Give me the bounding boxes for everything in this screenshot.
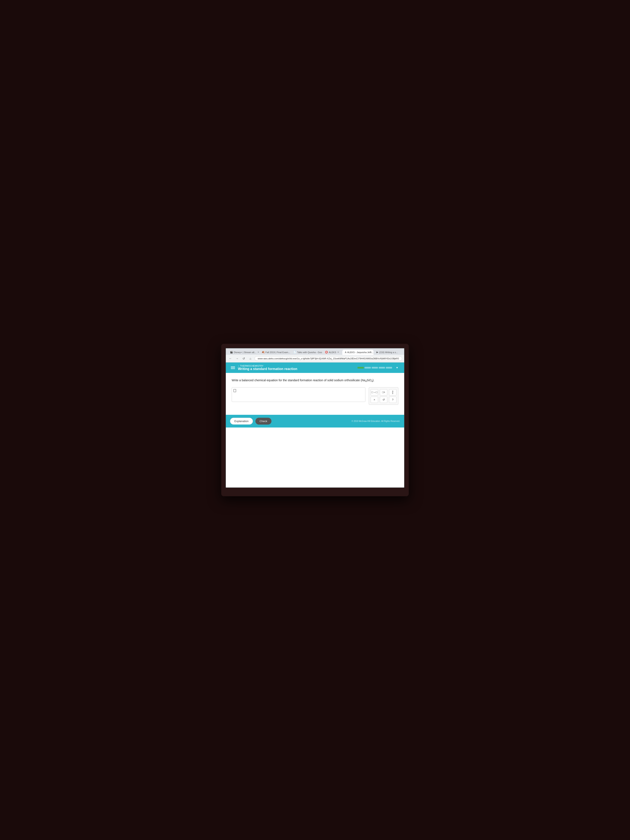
tab-favicon-fall: 🍂: [262, 351, 265, 354]
tab-label-talks: Talks with Quesha - Goo...: [297, 351, 322, 354]
tab-favicon-disney: 🎬: [230, 351, 233, 354]
address-bar-row: ← → ↺ ⌂: [226, 355, 404, 362]
bottom-bar: Explanation Check © 2019 McGraw-Hill Edu…: [226, 415, 404, 428]
clear-button[interactable]: ×: [371, 397, 378, 403]
progress-seg-5: [386, 367, 392, 368]
aleks-content: Write a balanced chemical equation for t…: [226, 373, 404, 415]
header-progress: [357, 367, 392, 368]
tab-aleks-main[interactable]: ⭕ ALEKS ✕: [322, 350, 342, 355]
formula-display: Na4SiO4: [362, 379, 373, 382]
header-main-title: Writing a standard formation reaction: [238, 367, 355, 371]
header-category: THERMOCHEMISTRY: [238, 365, 355, 367]
fraction-button[interactable]: a b: [389, 389, 396, 395]
progress-dropdown[interactable]: ▼: [394, 365, 400, 370]
tab-disney[interactable]: 🎬 Disney+ | Stream all... ✕: [227, 350, 259, 355]
tab-label-aleks-j: ALEKS - Jaquesha Jeffr...: [347, 351, 374, 354]
progress-seg-1: [357, 367, 364, 368]
answer-area: □→□ □n a b × ↺ ?: [232, 387, 398, 405]
aleks-container: THERMOCHEMISTRY Writing a standard forma…: [226, 363, 404, 488]
copyright-text: © 2019 McGraw-Hill Education. All Rights…: [352, 420, 400, 422]
tab-label-fall: Fall 2019 | Final Exam...: [265, 351, 290, 354]
math-toolbar: □→□ □n a b × ↺ ?: [369, 387, 398, 405]
explanation-button[interactable]: Explanation: [230, 418, 253, 425]
tab-aleks-jaquesha[interactable]: A ALEKS - Jaquesha Jeffr... ✕: [342, 350, 374, 355]
progress-seg-4: [379, 367, 385, 368]
tab-favicon-218: ▶: [376, 351, 378, 354]
tab-favicon-talks: 📄: [293, 351, 296, 354]
hamburger-menu[interactable]: [230, 366, 236, 370]
header-title-area: THERMOCHEMISTRY Writing a standard forma…: [238, 365, 355, 371]
home-button[interactable]: ⌂: [248, 356, 253, 361]
tab-close-disney[interactable]: ✕: [257, 351, 259, 353]
tab-favicon-aleks-j: A: [345, 351, 346, 354]
undo-button[interactable]: ↺: [380, 397, 387, 403]
tab-label-disney: Disney+ | Stream all...: [234, 351, 256, 354]
progress-seg-3: [372, 367, 378, 368]
question-text-main: Write a balanced chemical equation for t…: [232, 379, 360, 382]
hamburger-line-3: [231, 368, 235, 369]
tab-talks[interactable]: 📄 Talks with Quesha - Goo... ✕: [291, 350, 322, 355]
hamburger-line-2: [231, 368, 235, 368]
tab-close-aleks[interactable]: ✕: [337, 351, 339, 353]
laptop-frame: 🎬 Disney+ | Stream all... ✕ 🍂 Fall 2019 …: [221, 344, 409, 496]
answer-input-box[interactable]: [232, 387, 365, 402]
browser-chrome: 🎬 Disney+ | Stream all... ✕ 🍂 Fall 2019 …: [226, 348, 404, 363]
math-toolbar-row-1: □→□ □n a b: [371, 389, 396, 395]
back-button[interactable]: ←: [228, 356, 233, 361]
progress-seg-2: [365, 367, 371, 368]
address-input[interactable]: [254, 356, 402, 361]
subscript-button[interactable]: □n: [380, 389, 387, 395]
question-formula: (Na4SiO4).: [361, 379, 374, 382]
hamburger-line-1: [231, 366, 235, 367]
tab-218writing[interactable]: ▶ (218) Writing a s...: [374, 350, 400, 355]
browser-screen: 🎬 Disney+ | Stream all... ✕ 🍂 Fall 2019 …: [226, 348, 404, 488]
check-button[interactable]: Check: [256, 418, 272, 425]
tab-label-218: (218) Writing a s...: [379, 351, 398, 354]
refresh-button[interactable]: ↺: [241, 356, 246, 361]
tab-fall2019[interactable]: 🍂 Fall 2019 | Final Exam... ✕: [259, 350, 291, 355]
tab-bar: 🎬 Disney+ | Stream all... ✕ 🍂 Fall 2019 …: [226, 348, 404, 355]
bottom-buttons: Explanation Check: [230, 418, 272, 425]
cursor-indicator: [234, 389, 236, 392]
help-button[interactable]: ?: [389, 397, 396, 403]
math-toolbar-row-2: × ↺ ?: [371, 397, 396, 403]
reaction-arrow-button[interactable]: □→□: [371, 389, 378, 395]
tab-label-aleks: ALEKS: [329, 351, 336, 354]
forward-button[interactable]: →: [235, 356, 240, 361]
tab-favicon-aleks: ⭕: [325, 351, 328, 354]
question-text: Write a balanced chemical equation for t…: [232, 378, 398, 383]
aleks-header: THERMOCHEMISTRY Writing a standard forma…: [226, 363, 404, 373]
